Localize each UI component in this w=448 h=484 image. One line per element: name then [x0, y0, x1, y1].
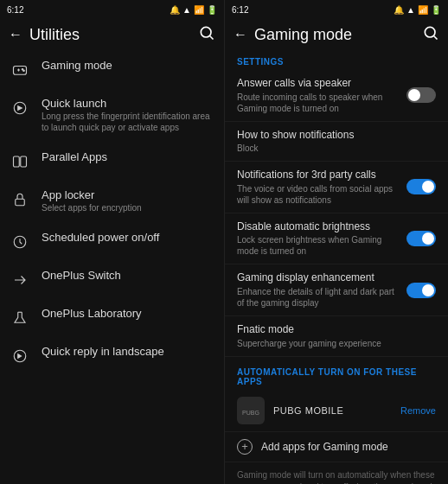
svg-rect-7: [21, 156, 27, 167]
3rd-party-calls-sub: The voice or video calls from social app…: [237, 183, 400, 206]
svg-line-1: [210, 36, 214, 40]
right-header: ← Gaming mode: [225, 19, 448, 50]
pubg-name: PUBG MOBILE: [273, 405, 392, 416]
parallel-apps-icon: [10, 152, 29, 171]
left-panel: 6:12 🔔 ▲ 📶 🔋 ← Utilities Gaming mode: [0, 0, 224, 484]
display-enhancement-title: Gaming display enhancement: [237, 271, 400, 285]
answer-calls-title: Answer calls via speaker: [237, 77, 400, 91]
oneplus-lab-label: OnePlus Laboratory: [42, 307, 214, 320]
show-notifications-text: How to show notifications Block: [237, 129, 436, 155]
display-enhancement-toggle[interactable]: [406, 283, 436, 298]
oneplus-switch-text: OnePlus Switch: [42, 269, 214, 282]
answer-calls-knob: [408, 89, 420, 101]
show-notifications-title: How to show notifications: [237, 129, 436, 143]
setting-disable-brightness[interactable]: Disable automatic brightness Lock screen…: [225, 213, 448, 265]
menu-item-oneplus-lab[interactable]: OnePlus Laboratory: [0, 298, 224, 336]
left-status-bar: 6:12 🔔 ▲ 📶 🔋: [0, 0, 224, 19]
right-scroll-area: SETTINGS Answer calls via speaker Route …: [225, 50, 448, 484]
footer-note: Gaming mode will turn on automatically w…: [225, 462, 448, 484]
svg-line-13: [434, 36, 438, 40]
left-battery-icon: 🔋: [207, 5, 217, 15]
settings-section-label: SETTINGS: [225, 50, 448, 70]
right-battery-icon: 🔋: [431, 5, 441, 15]
parallel-apps-text: Parallel Apps: [42, 150, 214, 163]
left-search-button[interactable]: [198, 24, 215, 45]
parallel-apps-label: Parallel Apps: [42, 150, 214, 163]
3rd-party-calls-toggle[interactable]: [406, 179, 436, 194]
add-apps-label: Add apps for Gaming mode: [261, 441, 388, 453]
show-notifications-sub: Block: [237, 143, 436, 154]
right-notif-icon: 🔔: [394, 5, 404, 15]
left-status-icons: 🔔 ▲ 📶 🔋: [170, 5, 217, 15]
setting-display-enhancement[interactable]: Gaming display enhancement Enhance the d…: [225, 264, 448, 316]
right-status-bar: 6:12 🔔 ▲ 📶 🔋: [225, 0, 448, 19]
setting-3rd-party-calls[interactable]: Notifications for 3rd party calls The vo…: [225, 162, 448, 213]
right-time: 6:12: [232, 5, 248, 15]
disable-brightness-text: Disable automatic brightness Lock screen…: [237, 220, 400, 258]
pubg-row[interactable]: PUBG PUBG MOBILE Remove: [225, 390, 448, 432]
svg-point-3: [22, 69, 23, 71]
setting-show-notifications[interactable]: How to show notifications Block: [225, 122, 448, 162]
quick-launch-label: Quick launch: [42, 97, 214, 110]
fnatic-mode-sub: Supercharge your gaming experience: [237, 338, 436, 349]
oneplus-lab-text: OnePlus Laboratory: [42, 307, 214, 320]
display-enhancement-text: Gaming display enhancement Enhance the d…: [237, 271, 400, 309]
fnatic-mode-title: Fnatic mode: [237, 323, 436, 337]
svg-point-12: [425, 27, 435, 37]
quick-launch-sublabel: Long press the fingerprint identificatio…: [42, 111, 214, 133]
pubg-remove-button[interactable]: Remove: [400, 405, 436, 416]
app-locker-icon: [10, 190, 29, 209]
menu-item-oneplus-switch[interactable]: OnePlus Switch: [0, 260, 224, 298]
display-enhancement-sub: Enhance the details of light and dark pa…: [237, 286, 400, 309]
gaming-mode-icon: [10, 60, 29, 80]
menu-item-quick-reply[interactable]: Quick reply in landscape: [0, 336, 224, 374]
add-apps-row[interactable]: + Add apps for Gaming mode: [225, 432, 448, 462]
right-search-button[interactable]: [422, 24, 439, 45]
pubg-icon: PUBG: [237, 397, 265, 424]
scheduled-power-label: Scheduled power on/off: [42, 231, 214, 244]
disable-brightness-title: Disable automatic brightness: [237, 220, 400, 234]
quick-reply-icon: [10, 347, 29, 366]
svg-text:PUBG: PUBG: [242, 409, 259, 415]
left-wifi-icon: ▲: [182, 5, 191, 15]
disable-brightness-toggle[interactable]: [406, 231, 436, 246]
answer-calls-toggle[interactable]: [406, 87, 436, 103]
svg-point-0: [201, 27, 211, 37]
scheduled-power-text: Scheduled power on/off: [42, 231, 214, 244]
answer-calls-sub: Route incoming calls to speaker when Gam…: [237, 92, 400, 114]
left-back-button[interactable]: ←: [9, 27, 22, 42]
gaming-mode-label: Gaming mode: [42, 59, 214, 72]
right-panel: 6:12 🔔 ▲ 📶 🔋 ← Gaming mode SETTINGS Answ…: [224, 0, 448, 484]
left-notif-icon: 🔔: [170, 5, 180, 15]
menu-item-quick-launch[interactable]: Quick launch Long press the fingerprint …: [0, 88, 224, 142]
quick-reply-text: Quick reply in landscape: [42, 345, 214, 358]
scheduled-power-icon: [10, 232, 29, 252]
app-locker-text: App locker Select apps for encryption: [42, 188, 214, 213]
right-status-icons: 🔔 ▲ 📶 🔋: [394, 5, 441, 15]
svg-rect-8: [16, 199, 25, 206]
app-locker-label: App locker: [42, 188, 214, 201]
add-apps-plus-icon: +: [237, 439, 253, 455]
right-back-button[interactable]: ←: [234, 27, 247, 42]
svg-point-4: [23, 70, 25, 72]
setting-fnatic-mode[interactable]: Fnatic mode Supercharge your gaming expe…: [225, 316, 448, 357]
3rd-party-calls-title: Notifications for 3rd party calls: [237, 169, 400, 182]
3rd-party-calls-knob: [422, 181, 434, 193]
oneplus-lab-icon: [10, 309, 29, 328]
menu-item-parallel-apps[interactable]: Parallel Apps: [0, 142, 224, 180]
disable-brightness-knob: [422, 232, 434, 245]
svg-rect-6: [14, 156, 20, 167]
menu-item-app-locker[interactable]: App locker Select apps for encryption: [0, 180, 224, 222]
auto-apps-section-label: AUTOMATICALLY TURN ON FOR THESE APPS: [225, 360, 448, 390]
setting-answer-calls[interactable]: Answer calls via speaker Route incoming …: [225, 70, 448, 122]
menu-item-scheduled-power[interactable]: Scheduled power on/off: [0, 222, 224, 260]
menu-item-gaming-mode[interactable]: Gaming mode: [0, 50, 224, 88]
fnatic-mode-text: Fnatic mode Supercharge your gaming expe…: [237, 323, 436, 349]
oneplus-switch-icon: [10, 271, 29, 290]
left-signal-icon: 📶: [194, 5, 204, 15]
quick-reply-label: Quick reply in landscape: [42, 345, 214, 358]
right-wifi-icon: ▲: [406, 5, 415, 15]
answer-calls-text: Answer calls via speaker Route incoming …: [237, 77, 400, 114]
right-page-title: Gaming mode: [254, 26, 415, 44]
3rd-party-calls-text: Notifications for 3rd party calls The vo…: [237, 169, 400, 206]
